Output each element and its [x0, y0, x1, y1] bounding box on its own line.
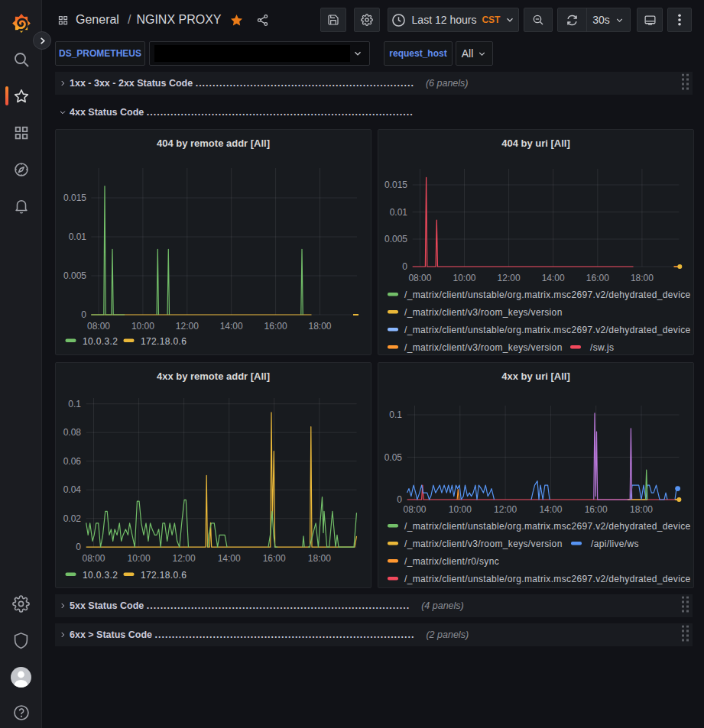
svg-text:/_matrix/client/r0/sync: /_matrix/client/r0/sync: [404, 556, 499, 567]
svg-text:10.0.3.2: 10.0.3.2: [83, 336, 118, 347]
svg-text:08:00: 08:00: [82, 553, 105, 564]
svg-text:10:00: 10:00: [131, 321, 154, 332]
svg-text:0.08: 0.08: [63, 427, 82, 438]
svg-text:10:00: 10:00: [453, 273, 475, 283]
svg-text:172.18.0.6: 172.18.0.6: [141, 570, 187, 581]
svg-text:14:00: 14:00: [218, 553, 241, 564]
svg-text:0.06: 0.06: [63, 456, 82, 467]
svg-text:16:00: 16:00: [586, 273, 609, 283]
svg-text:0.1: 0.1: [389, 409, 402, 420]
svg-text:0.015: 0.015: [384, 180, 407, 190]
svg-text:18:00: 18:00: [631, 273, 654, 283]
svg-text:14:00: 14:00: [542, 273, 565, 283]
svg-text:0.01: 0.01: [390, 207, 408, 218]
svg-text:12:00: 12:00: [498, 273, 521, 283]
svg-text:08:00: 08:00: [408, 273, 431, 283]
svg-text:0.04: 0.04: [63, 484, 82, 495]
svg-text:0: 0: [81, 309, 86, 320]
svg-text:14:00: 14:00: [220, 321, 243, 332]
svg-text:0: 0: [397, 494, 402, 505]
svg-text:/_matrix/client/unstable/org.m: /_matrix/client/unstable/org.matrix.msc2…: [404, 521, 691, 532]
svg-text:16:00: 16:00: [585, 504, 608, 515]
svg-text:0.015: 0.015: [63, 193, 86, 203]
svg-text:/_matrix/client/v3/room_keys/v: /_matrix/client/v3/room_keys/version: [404, 539, 563, 549]
svg-text:12:00: 12:00: [176, 321, 199, 332]
svg-text:0.01: 0.01: [69, 231, 87, 242]
svg-text:0: 0: [76, 542, 81, 552]
svg-text:12:00: 12:00: [494, 504, 517, 515]
svg-text:172.18.0.6: 172.18.0.6: [141, 336, 187, 347]
svg-text:/_matrix/client/v3/room_keys/v: /_matrix/client/v3/room_keys/version: [404, 342, 563, 353]
svg-text:12:00: 12:00: [173, 553, 196, 564]
svg-text:/sw.js: /sw.js: [590, 342, 614, 353]
svg-text:18:00: 18:00: [308, 553, 331, 564]
svg-text:0.005: 0.005: [63, 270, 86, 281]
svg-text:0.005: 0.005: [384, 234, 407, 244]
svg-text:/_matrix/client/unstable/org.m: /_matrix/client/unstable/org.matrix.msc2…: [404, 325, 691, 335]
svg-text:10:00: 10:00: [128, 553, 151, 564]
svg-text:0.1: 0.1: [68, 399, 81, 409]
svg-text:16:00: 16:00: [263, 553, 286, 564]
svg-text:0.05: 0.05: [384, 452, 403, 463]
svg-text:/_matrix/client/unstable/org.m: /_matrix/client/unstable/org.matrix.msc2…: [404, 290, 691, 300]
svg-text:/_matrix/client/v3/room_keys/v: /_matrix/client/v3/room_keys/version: [404, 307, 563, 318]
svg-text:0: 0: [402, 261, 407, 272]
svg-text:10.0.3.2: 10.0.3.2: [83, 570, 118, 581]
svg-text:18:00: 18:00: [308, 321, 331, 332]
svg-text:0.02: 0.02: [63, 513, 82, 524]
svg-text:18:00: 18:00: [630, 504, 653, 515]
svg-text:10:00: 10:00: [449, 504, 472, 515]
svg-text:16:00: 16:00: [264, 321, 287, 332]
svg-text:14:00: 14:00: [539, 504, 562, 515]
svg-text:08:00: 08:00: [403, 504, 426, 515]
svg-text:08:00: 08:00: [87, 321, 110, 332]
svg-text:/api/live/ws: /api/live/ws: [591, 539, 639, 549]
svg-text:/_matrix/client/unstable/org.m: /_matrix/client/unstable/org.matrix.msc2…: [404, 574, 691, 584]
